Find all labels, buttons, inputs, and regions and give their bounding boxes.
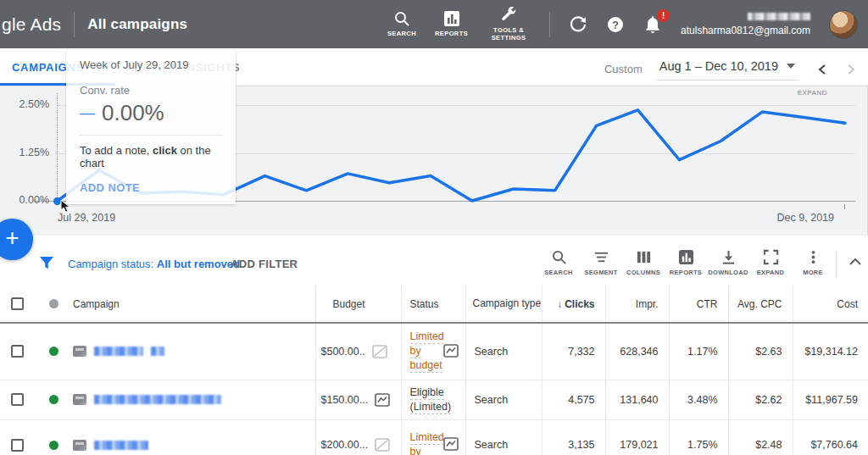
row-checkbox[interactable]: [11, 393, 24, 406]
wrench-icon: [500, 7, 517, 24]
tools-settings-button[interactable]: TOOLS & SETTINGS: [487, 7, 531, 42]
table-reports-button[interactable]: REPORTS: [665, 249, 707, 276]
columns-icon: [636, 249, 652, 265]
ctr-cell: 1.17%: [669, 323, 728, 380]
google-ads-logo: gle Ads: [2, 14, 61, 35]
status-text: by: [410, 445, 421, 455]
date-next-chevron[interactable]: [846, 64, 856, 75]
status-text: Eligible: [410, 386, 444, 400]
download-button[interactable]: DOWNLOAD: [707, 249, 749, 276]
status-cell[interactable]: Eligible (Limited): [401, 380, 465, 419]
table-search-button[interactable]: SEARCH: [537, 249, 580, 276]
cost-cell: $19,314.12: [793, 323, 868, 380]
segment-button[interactable]: SEGMENT: [580, 249, 622, 276]
download-icon: [721, 249, 737, 265]
campaign-status-filter[interactable]: Campaign status: All but removed: [68, 258, 240, 270]
col-header-ctr[interactable]: CTR: [669, 286, 728, 323]
table-row[interactable]: $200.00... Limited by Search 3,135 179,0…: [0, 419, 868, 455]
col-header-cost[interactable]: Cost: [793, 286, 868, 323]
impressions-cell: 179,021: [605, 419, 669, 455]
budget-value[interactable]: $150.00...: [321, 394, 369, 406]
chart-insight-icon[interactable]: [443, 437, 459, 451]
search-button[interactable]: SEARCH: [387, 10, 416, 37]
search-icon: [393, 10, 410, 27]
col-header-campaign[interactable]: Campaign: [73, 286, 315, 323]
tooltip-week-title: Week of July 29, 2019: [80, 58, 222, 71]
clicks-cell: 4,575: [542, 380, 605, 419]
chart-insight-icon[interactable]: [443, 344, 459, 358]
impressions-cell: 131,640: [605, 380, 669, 419]
status-cell[interactable]: Limited by: [401, 419, 465, 455]
chart-disabled-icon: [372, 345, 387, 358]
add-note-button[interactable]: ADD NOTE: [80, 181, 222, 194]
top-app-bar: gle Ads All campaigns SEARCH REPORTS TOO…: [0, 0, 868, 48]
campaign-name-redacted[interactable]: [94, 441, 148, 450]
row-checkbox[interactable]: [11, 439, 24, 452]
col-header-budget[interactable]: Budget: [315, 286, 401, 323]
table-row[interactable]: $150.00... Eligible (Limited) Search 4,5…: [0, 380, 868, 419]
campaign-type-cell: Search: [465, 323, 542, 380]
refresh-icon: [569, 15, 587, 34]
clicks-header-label: Clicks: [565, 298, 594, 310]
campaign-name-redacted[interactable]: [94, 395, 221, 404]
col-header-campaign-type[interactable]: Campaign type: [465, 286, 542, 323]
account-email: atulsharma0812@gmail.com: [681, 25, 810, 36]
impressions-cell: 628,346: [605, 323, 669, 380]
reports-button-label: REPORTS: [435, 30, 468, 37]
select-all-checkbox[interactable]: [11, 297, 24, 310]
reports-icon: [443, 10, 460, 27]
budget-value[interactable]: $200.00...: [321, 439, 369, 451]
expand-table-button[interactable]: EXPAND: [749, 249, 792, 276]
sort-descending-icon: ↓: [557, 298, 562, 310]
date-range-picker[interactable]: Aug 1 – Dec 10, 2019: [656, 58, 798, 80]
status-cell[interactable]: Limited by budget: [401, 323, 465, 380]
col-header-status[interactable]: Status: [401, 286, 465, 323]
search-icon: [551, 249, 567, 265]
row-checkbox[interactable]: [11, 345, 24, 358]
date-prev-chevron[interactable]: [817, 64, 827, 75]
help-button[interactable]: ?: [606, 15, 625, 34]
more-vertical-icon: [805, 249, 821, 265]
notifications-button[interactable]: !: [643, 15, 662, 34]
date-range-value: Aug 1 – Dec 10, 2019: [659, 59, 778, 73]
status-dot-header: [49, 299, 58, 308]
col-header-avg-cpc[interactable]: Avg. CPC: [728, 286, 793, 323]
x-axis-end-label: Dec 9, 2019: [777, 212, 834, 224]
reports-icon: [678, 249, 694, 265]
tool-label: MORE: [803, 269, 823, 276]
hint-prefix: To add a note,: [80, 144, 153, 157]
refresh-button[interactable]: [569, 15, 587, 34]
status-text: (Limited): [410, 400, 452, 414]
hint-bold: click: [153, 144, 177, 157]
x-axis-start-label: Jul 29, 2019: [58, 212, 115, 224]
campaign-enabled-dot[interactable]: [49, 441, 58, 450]
add-filter-button[interactable]: ADD FILTER: [231, 258, 298, 270]
collapse-chart-chevron[interactable]: [849, 258, 862, 266]
campaign-enabled-dot[interactable]: [49, 395, 58, 404]
reports-button[interactable]: REPORTS: [435, 10, 468, 37]
col-header-clicks[interactable]: ↓Clicks: [542, 286, 605, 323]
campaign-name-redacted: [151, 347, 164, 356]
columns-button[interactable]: COLUMNS: [622, 249, 665, 276]
tool-label: EXPAND: [757, 269, 785, 276]
table-row[interactable]: $500.00.. Limited by budget Search 7,332…: [0, 323, 868, 380]
tools-settings-button-label: TOOLS & SETTINGS: [487, 26, 531, 42]
col-header-impr[interactable]: Impr.: [605, 286, 669, 323]
campaign-enabled-dot[interactable]: [49, 347, 58, 356]
campaign-name-redacted[interactable]: [94, 347, 143, 356]
date-range-mode: Custom: [604, 63, 643, 75]
avg-cpc-cell: $2.62: [728, 380, 793, 419]
chart-disabled-icon: [375, 438, 390, 452]
date-range-control: Custom Aug 1 – Dec 10, 2019: [604, 58, 856, 80]
tooltip-note-hint: To add a note, click on the chart: [80, 144, 222, 169]
account-info[interactable]: atulsharma0812@gmail.com: [681, 13, 810, 36]
segment-icon: [593, 249, 609, 265]
tool-label: DOWNLOAD: [708, 269, 748, 276]
campaign-icon: [73, 440, 86, 451]
avatar[interactable]: [829, 10, 858, 39]
campaign-type-cell: Search: [465, 419, 542, 455]
more-button[interactable]: MORE: [792, 249, 834, 276]
page-title: All campaigns: [87, 16, 187, 33]
budget-value[interactable]: $500.00..: [321, 346, 365, 358]
table-header-row: Campaign Budget Status Campaign type ↓Cl…: [0, 286, 868, 323]
